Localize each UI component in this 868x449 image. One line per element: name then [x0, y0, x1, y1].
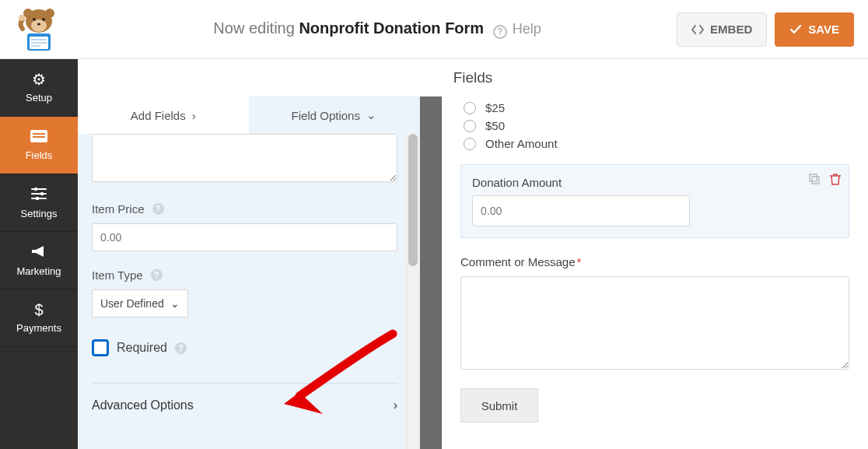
sidebar-item-settings[interactable]: Settings: [0, 174, 78, 232]
submit-button[interactable]: Submit: [460, 388, 538, 423]
required-label: Required: [117, 341, 167, 355]
svg-rect-24: [812, 177, 819, 184]
save-button[interactable]: SAVE: [775, 12, 854, 47]
chevron-down-icon: ⌄: [366, 108, 376, 122]
help-icon[interactable]: ?: [152, 203, 164, 215]
svg-point-4: [33, 18, 36, 21]
svg-point-5: [42, 18, 45, 21]
embed-button[interactable]: EMBED: [677, 12, 767, 47]
svg-rect-22: [32, 250, 33, 253]
sliders-icon: [30, 187, 47, 203]
radio-option[interactable]: $25: [464, 101, 849, 114]
donation-amount-input[interactable]: [472, 195, 690, 226]
svg-point-3: [31, 19, 47, 32]
check-icon: [789, 24, 802, 35]
svg-point-20: [40, 191, 44, 195]
item-type-label: Item Type ?: [92, 268, 397, 282]
svg-point-21: [36, 196, 39, 199]
svg-point-2: [45, 9, 54, 18]
app-logo: [0, 0, 78, 59]
item-type-select[interactable]: User Defined ⌄: [92, 289, 188, 317]
dollar-icon: $: [34, 302, 43, 317]
svg-point-6: [37, 23, 40, 25]
field-options-panel: Add Fields › Field Options ⌄ Item Price …: [78, 96, 420, 449]
trash-icon[interactable]: [830, 173, 841, 188]
help-icon[interactable]: ?: [175, 342, 187, 354]
sidebar-item-marketing[interactable]: Marketing: [0, 232, 78, 289]
item-price-input[interactable]: [92, 223, 397, 251]
radio-icon: [464, 138, 476, 150]
form-title-wrap: Now editing Nonprofit Donation Form ? He…: [78, 19, 677, 39]
sidebar: ⚙ Setup Fields Settings Marketing $ Paym…: [0, 59, 78, 449]
pane-gutter: [420, 96, 442, 449]
help-link[interactable]: ? Help: [493, 21, 541, 37]
editing-prefix: Now editing: [213, 19, 295, 37]
svg-point-1: [23, 9, 33, 18]
scrollbar-thumb[interactable]: [408, 134, 418, 266]
code-icon: [691, 24, 704, 35]
svg-point-12: [19, 15, 25, 21]
help-icon: ?: [493, 25, 507, 39]
required-checkbox[interactable]: [92, 339, 109, 356]
form-name: Nonprofit Donation Form: [299, 19, 484, 37]
description-textarea[interactable]: [92, 134, 397, 182]
svg-rect-10: [31, 42, 47, 44]
form-icon: [30, 129, 47, 145]
bullhorn-icon: [30, 244, 47, 261]
tab-field-options[interactable]: Field Options ⌄: [249, 96, 420, 134]
sidebar-item-fields[interactable]: Fields: [0, 117, 78, 174]
radio-icon: [464, 120, 476, 132]
sidebar-item-payments[interactable]: $ Payments: [0, 289, 78, 347]
chevron-right-icon: ›: [192, 109, 196, 122]
svg-rect-11: [31, 45, 40, 47]
gear-icon: ⚙: [32, 72, 46, 87]
chevron-down-icon: ⌄: [170, 297, 180, 310]
advanced-options-toggle[interactable]: Advanced Options ›: [92, 384, 397, 427]
item-price-label: Item Price ?: [92, 202, 397, 216]
chevron-right-icon: ›: [394, 398, 397, 412]
svg-rect-14: [33, 133, 45, 135]
section-title: Fields: [78, 59, 868, 96]
radio-option[interactable]: Other Amount: [464, 137, 849, 150]
svg-point-19: [34, 187, 37, 190]
svg-rect-15: [33, 136, 45, 138]
svg-rect-9: [31, 39, 47, 40]
radio-icon: [464, 102, 476, 114]
help-icon[interactable]: ?: [151, 269, 163, 281]
svg-rect-23: [810, 174, 817, 181]
duplicate-icon[interactable]: [808, 173, 821, 188]
radio-option[interactable]: $50: [464, 119, 849, 132]
top-bar: Now editing Nonprofit Donation Form ? He…: [0, 0, 868, 59]
scrollbar-track[interactable]: [406, 134, 419, 449]
tab-add-fields[interactable]: Add Fields ›: [78, 96, 249, 134]
form-preview: $25 $50 Other Amount Donation Amount Com…: [442, 96, 868, 449]
required-star: *: [577, 255, 582, 268]
sidebar-item-setup[interactable]: ⚙ Setup: [0, 59, 78, 117]
comment-textarea[interactable]: [460, 276, 849, 370]
donation-amount-field[interactable]: Donation Amount: [460, 164, 849, 238]
donation-amount-label: Donation Amount: [472, 176, 838, 189]
comment-label: Comment or Message*: [460, 255, 849, 268]
